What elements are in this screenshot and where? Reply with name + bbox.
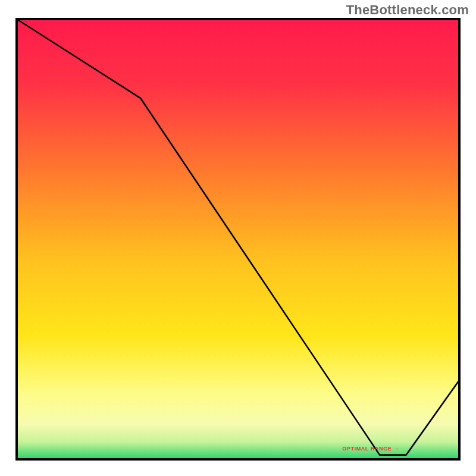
bottleneck-chart: OPTIMAL RANGE → — [0, 0, 476, 476]
chart-stage: TheBottleneck.com OPTIMAL RANGE → — [0, 0, 476, 476]
optimal-range-label: OPTIMAL RANGE → — [342, 446, 399, 452]
watermark-text: TheBottleneck.com — [346, 2, 469, 18]
gradient-background — [17, 19, 459, 459]
